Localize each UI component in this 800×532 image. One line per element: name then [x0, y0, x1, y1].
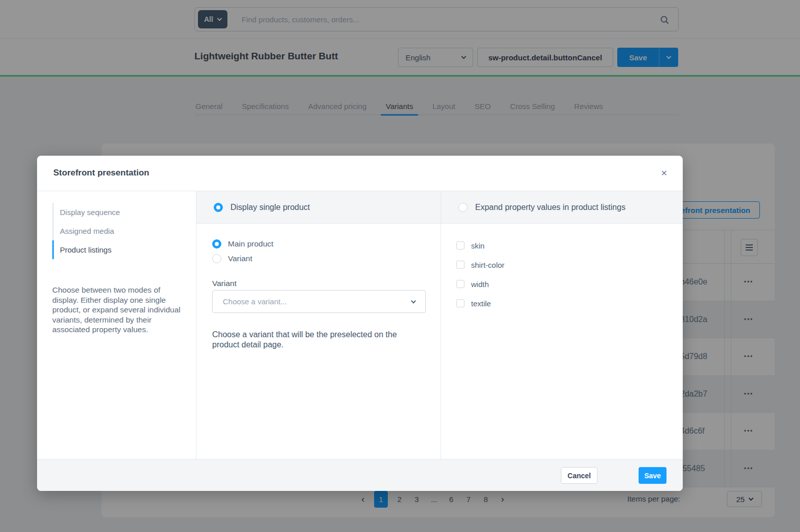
property-option-width[interactable]: width: [456, 278, 505, 290]
sidebar-description: Choose between two modes of display. Eit…: [52, 285, 184, 335]
property-checkbox-list: skin shirt-color width textile: [456, 239, 505, 309]
close-icon[interactable]: ✕: [661, 168, 668, 178]
property-label: skin: [471, 241, 485, 250]
property-option-shirt-color[interactable]: shirt-color: [456, 259, 505, 271]
property-label: width: [471, 280, 489, 289]
storefront-presentation-modal: Storefront presentation ✕ Display sequen…: [37, 156, 683, 491]
main-product-label: Main product: [228, 239, 274, 249]
sidebar-item-assigned-media[interactable]: Assigned media: [52, 222, 179, 240]
variant-field-label: Variant: [212, 279, 237, 288]
modal-footer: Cancel Save: [37, 459, 683, 491]
display-single-product-label: Display single product: [230, 203, 310, 212]
property-label: textile: [471, 299, 491, 308]
radio-selected-icon[interactable]: [212, 239, 221, 249]
radio-unselected-icon[interactable]: [458, 203, 468, 212]
variant-select[interactable]: Choose a variant...: [212, 290, 426, 313]
screen: All Lightweight Rubber Butter Butt Engli…: [0, 0, 800, 532]
variant-select-placeholder: Choose a variant...: [223, 297, 287, 306]
radio-unselected-icon[interactable]: [212, 254, 221, 263]
modal-sidebar-nav: Display sequence Assigned media Product …: [52, 203, 179, 259]
chevron-down-icon: [411, 298, 416, 303]
variant-option[interactable]: Variant: [212, 254, 274, 263]
save-button[interactable]: Save: [639, 467, 666, 484]
property-option-skin[interactable]: skin: [456, 239, 505, 252]
property-label: shirt-color: [471, 261, 505, 269]
cancel-button[interactable]: Cancel: [561, 467, 597, 484]
variant-helper-text: Choose a variant that will be the presel…: [212, 330, 416, 349]
modal-title: Storefront presentation: [53, 168, 149, 178]
sidebar-item-product-listings[interactable]: Product listings: [52, 240, 179, 259]
single-product-radio-group: Main product Variant: [212, 239, 274, 263]
checkbox-unchecked-icon[interactable]: [456, 280, 464, 288]
variant-option-label: Variant: [228, 254, 252, 263]
expand-properties-column: Expand property values in product listin…: [441, 191, 683, 459]
main-product-option[interactable]: Main product: [212, 239, 274, 249]
radio-selected-icon[interactable]: [214, 203, 223, 212]
expand-property-values-option[interactable]: Expand property values in product listin…: [441, 191, 683, 224]
checkbox-unchecked-icon[interactable]: [456, 299, 464, 307]
modal-body: Display sequence Assigned media Product …: [37, 191, 683, 459]
property-option-textile[interactable]: textile: [456, 297, 505, 309]
expand-property-values-label: Expand property values in product listin…: [475, 203, 625, 212]
single-product-column: Display single product Main product Vari…: [196, 191, 441, 459]
checkbox-unchecked-icon[interactable]: [456, 261, 464, 269]
modal-sidebar: Display sequence Assigned media Product …: [37, 191, 196, 459]
display-single-product-option[interactable]: Display single product: [196, 191, 441, 224]
sidebar-item-display-sequence[interactable]: Display sequence: [52, 203, 179, 222]
modal-header: Storefront presentation ✕: [37, 156, 683, 191]
checkbox-unchecked-icon[interactable]: [456, 241, 464, 250]
